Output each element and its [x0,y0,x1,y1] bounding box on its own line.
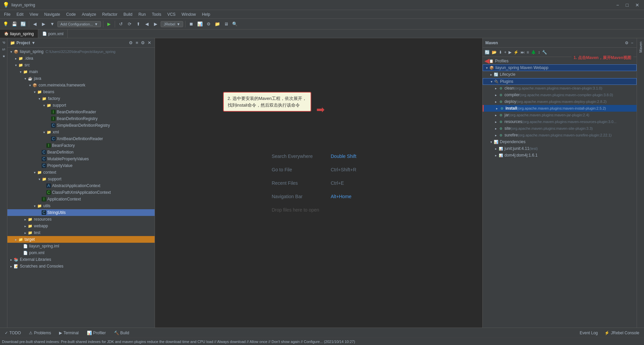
menu-help[interactable]: Help [199,11,213,17]
jrebel-button[interactable]: JRebel ▼ [161,21,183,27]
toolbar-recent-btn[interactable]: ▼ [49,20,56,28]
tree-item-MutablePropertyValues[interactable]: C MutablePropertyValues [7,156,155,162]
tree-item-webapp[interactable]: 📁 webapp [7,223,155,229]
maven-tree[interactable]: 📋 Profiles 📦 liayun_spring Maven Webapp … [483,57,637,328]
menu-view[interactable]: View [27,11,41,17]
tree-item-ApplicationContext[interactable]: I ApplicationContext [7,196,155,203]
toolbar-right-arrow-btn[interactable]: ▶ [152,20,159,28]
toolbar-update-btn[interactable]: ⬆ [135,20,142,28]
maven-item-lifecycle[interactable]: 🔄 Lifecycle [483,71,637,78]
menu-tools[interactable]: Tools [149,11,164,17]
status-jrebel-console[interactable]: ⚡ JRebel Console [602,330,641,336]
toolbar-icon-btn[interactable]: 💡 [2,20,9,28]
tree-item-BeanDefinitionReader[interactable]: I BeanDefinitionReader [7,109,155,115]
tree-item-xml[interactable]: 📁 xml [7,129,155,135]
tree-item-support-factory[interactable]: 📁 support [7,102,155,109]
status-event-log[interactable]: Event Log [578,330,600,336]
status-build[interactable]: 🔨 Build [112,330,131,336]
menu-window[interactable]: Window [179,11,199,17]
maven-run-btn[interactable]: ▶ [508,50,512,55]
tree-item-StringUtils[interactable]: C StringUtils [7,209,155,216]
maven-download-btn[interactable]: ⬇ [498,50,503,55]
maven-run2-btn[interactable]: ⚡ [513,50,519,55]
tree-item-context[interactable]: 📁 context [7,169,155,176]
tree-item-SimpleBeanDefinitionRegistry[interactable]: C SimpleBeanDefinitionRegistry [7,122,155,129]
maven-item-surefire[interactable]: ⚙ surefire (org.apache.maven.plugins:mav… [483,132,637,138]
tree-item-test[interactable]: 📁 test [7,229,155,236]
toolbar-sync-btn[interactable]: 🔄 [19,20,27,28]
toolbar-back-btn[interactable]: ◀ [31,20,39,28]
tree-item-ClassPathXmlApplicationContext[interactable]: C ClassPathXmlApplicationContext [7,189,155,196]
status-problems[interactable]: ⚠ Problems [27,330,53,336]
toolbar-rerun2-btn[interactable]: ⟳ [126,20,133,28]
tree-item-utils[interactable]: 📁 utils [7,203,155,209]
tree-item-BeanDefinition[interactable]: C BeanDefinition [7,149,155,156]
minimize-button[interactable]: − [614,2,621,8]
toolbar-rerun-btn[interactable]: ↺ [117,20,124,28]
project-expand-all-btn[interactable]: ≡ [135,40,139,46]
status-todo[interactable]: ✓ TODO [3,330,23,336]
maven-item-plugins[interactable]: 🔌 Plugins [483,78,637,85]
maven-tree-btn[interactable]: 🌲 [530,50,537,55]
project-icon[interactable]: P [1,40,7,46]
project-tree[interactable]: 📦 liayun_spring C:\Users\32120\IdeaProje… [7,48,155,328]
tree-item-java[interactable]: ☕ java [7,75,155,82]
tree-item-src[interactable]: 📁 src [7,62,155,68]
menu-build[interactable]: Build [121,11,135,17]
toolbar-stop-btn[interactable]: ⏹ [187,20,195,28]
project-close-btn[interactable]: ✕ [147,40,152,46]
menu-vcs[interactable]: VCS [165,11,178,17]
maven-item-compiler[interactable]: ⚙ compiler (org.apache.maven.plugins:mav… [483,92,637,98]
tab-liayun-spring[interactable]: 🏠 liayun_spring [0,30,38,38]
favorites-icon[interactable]: ★ [1,53,7,59]
tree-item-AbstractApplicationContext[interactable]: A AbstractApplicationContext [7,182,155,189]
status-terminal[interactable]: ▶ Terminal [57,330,80,336]
menu-refactor[interactable]: Refactor [100,11,120,17]
tree-item-factory[interactable]: 📁 factory [7,95,155,102]
tree-item-idea[interactable]: 📁 .idea [7,55,155,62]
toolbar-file-btn[interactable]: 📁 [214,20,221,28]
project-dropdown-icon[interactable]: ▼ [32,41,36,45]
menu-run[interactable]: Run [136,11,149,17]
maven-item-clean[interactable]: ⚙ clean (org.apache.maven.plugins:maven-… [483,85,637,92]
tree-item-BeanFactory[interactable]: I BeanFactory [7,142,155,149]
menu-analyze[interactable]: Analyze [79,11,99,17]
toolbar-coverage-btn[interactable]: 📊 [196,20,204,28]
tree-item-liayun-iml[interactable]: 📄 liayun_spring.iml [7,243,155,249]
maven-item-liayun-webapp[interactable]: 📦 liayun_spring Maven Webapp [483,64,637,71]
tree-item-XmlBeanDefinitionReader[interactable]: C XmlBeanDefinitionReader [7,135,155,142]
tree-item-external-libs[interactable]: 📚 External Libraries [7,256,155,263]
tree-item-BeanDefinitionRegistry[interactable]: I BeanDefinitionRegistry [7,115,155,122]
maven-list-btn[interactable]: ≡ [526,50,530,55]
toolbar-left-arrow-btn[interactable]: ◀ [143,20,151,28]
tree-item-PropertyValue[interactable]: C PropertyValue [7,162,155,169]
maven-item-resources[interactable]: ⚙ resources (org.apache.maven.plugins:ma… [483,118,637,125]
tree-item-beans[interactable]: 📁 beans [7,89,155,95]
tree-item-resources[interactable]: 📁 resources [7,216,155,223]
maven-minimize-btn[interactable]: − [630,40,634,46]
tab-pom-xml[interactable]: 📄 pom.xml [38,30,68,38]
toolbar-forward-btn[interactable]: ▶ [40,20,47,28]
toolbar-search-btn[interactable]: 🔍 [231,20,238,28]
maximize-button[interactable]: □ [624,2,631,8]
toolbar-config2-btn[interactable]: ⚙ [205,20,212,28]
project-collapse-btn[interactable]: ⚙ [128,40,133,46]
structure-icon[interactable]: S [1,46,7,52]
toolbar-run-btn[interactable]: ▶ [105,20,113,28]
toolbar-terminal-btn[interactable]: 🖥 [222,20,230,28]
maven-collapse-btn[interactable]: ↕ [537,50,541,55]
tree-item-target[interactable]: 📁 target [7,236,155,243]
tree-item-pom-xml[interactable]: 📄 pom.xml [7,249,155,256]
tree-item-com-pkg[interactable]: 📦 com.meimeixia.framework [7,82,155,89]
maven-settings-btn[interactable]: ⚙ [624,40,629,46]
tree-item-main[interactable]: 📁 main [7,68,155,75]
status-profiler[interactable]: 📊 Profiler [85,330,108,336]
maven-item-dom4j[interactable]: 📊 dom4j:dom4j:1.6.1 [483,152,637,159]
maven-item-install[interactable]: ➡ ⚙ install (org.apache.maven.plugins:ma… [483,105,637,112]
maven-item-jar[interactable]: ⚙ jar (org.apache.maven.plugins:maven-ja… [483,112,637,118]
maven-wrench-btn[interactable]: 🔧 [541,50,548,55]
tree-item-liayun-spring[interactable]: 📦 liayun_spring C:\Users\32120\IdeaProje… [7,48,155,55]
maven-item-dependencies[interactable]: 📊 Dependencies [483,138,637,145]
tree-item-scratches[interactable]: 📝 Scratches and Consoles [7,263,155,270]
maven-item-site[interactable]: ⚙ site (org.apache.maven.plugins:maven-s… [483,125,637,132]
